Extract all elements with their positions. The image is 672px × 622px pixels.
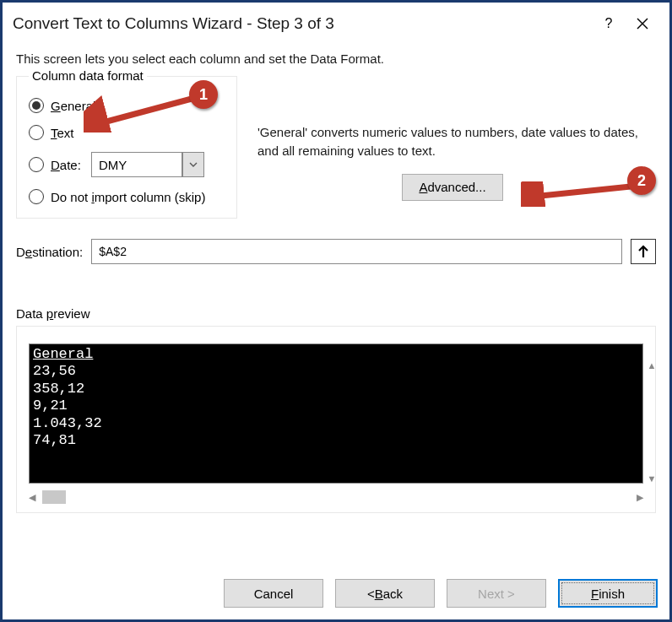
preview-column[interactable]: General 23,56 358,12 9,21 1.043,32 74,81 bbox=[29, 343, 643, 484]
radio-text-label: Text bbox=[51, 126, 74, 140]
preview-row: 1.043,32 bbox=[33, 415, 102, 431]
finish-button[interactable]: Finish bbox=[558, 579, 658, 608]
close-icon bbox=[637, 18, 648, 30]
scroll-down-icon[interactable]: ▼ bbox=[648, 473, 657, 484]
wizard-dialog: Convert Text to Columns Wizard - Step 3 … bbox=[0, 0, 672, 622]
vertical-scrollbar[interactable]: ▲ ▼ bbox=[645, 360, 658, 484]
help-button[interactable]: ? bbox=[592, 11, 626, 36]
next-button: Next > bbox=[447, 579, 546, 608]
scroll-right-icon[interactable]: ▶ bbox=[637, 492, 643, 503]
scroll-left-icon[interactable]: ◀ bbox=[29, 492, 35, 503]
cancel-button[interactable]: Cancel bbox=[224, 579, 323, 608]
preview-row: 74,81 bbox=[33, 432, 76, 448]
radio-general-row[interactable]: General bbox=[29, 98, 225, 113]
preview-label: Data preview bbox=[16, 306, 90, 321]
preview-row: 9,21 bbox=[33, 398, 68, 414]
radio-general[interactable] bbox=[29, 98, 44, 113]
radio-skip[interactable] bbox=[29, 189, 44, 204]
preview-display: General 23,56 358,12 9,21 1.043,32 74,81… bbox=[29, 343, 643, 484]
format-description-panel: 'General' converts numeric values to num… bbox=[257, 76, 656, 219]
chevron-down-icon bbox=[189, 162, 198, 167]
radio-text[interactable] bbox=[29, 125, 44, 140]
range-picker-button[interactable] bbox=[631, 239, 656, 264]
top-section: Column data format General Text Date: bbox=[16, 76, 656, 219]
wizard-button-row: Cancel < Back Next > Finish bbox=[224, 579, 658, 608]
screen-description: This screen lets you select each column … bbox=[16, 51, 656, 66]
radio-skip-row[interactable]: Do not import column (skip) bbox=[29, 189, 225, 204]
content-area: This screen lets you select each column … bbox=[3, 45, 669, 520]
collapse-dialog-icon bbox=[637, 245, 649, 258]
date-format-input[interactable] bbox=[91, 152, 182, 177]
advanced-button[interactable]: Advanced... bbox=[402, 174, 503, 201]
data-preview-section: Data preview General 23,56 358,12 9,21 1… bbox=[16, 306, 656, 513]
format-help-text: 'General' converts numeric values to num… bbox=[257, 123, 648, 160]
date-dropdown-button[interactable] bbox=[182, 152, 204, 177]
hscroll-track[interactable] bbox=[37, 490, 635, 504]
preview-box: General 23,56 358,12 9,21 1.043,32 74,81… bbox=[16, 326, 656, 513]
scroll-up-icon[interactable]: ▲ bbox=[648, 360, 657, 370]
destination-label: Destination: bbox=[16, 245, 83, 259]
horizontal-scrollbar[interactable]: ◀ ▶ bbox=[29, 490, 643, 504]
radio-date[interactable] bbox=[29, 157, 44, 172]
column-data-format-group: Column data format General Text Date: bbox=[16, 76, 237, 219]
close-button[interactable] bbox=[626, 11, 659, 36]
preview-row: 358,12 bbox=[33, 381, 84, 397]
titlebar: Convert Text to Columns Wizard - Step 3 … bbox=[3, 3, 669, 45]
date-format-select[interactable] bbox=[91, 152, 204, 177]
group-label: Column data format bbox=[29, 68, 147, 83]
radio-date-label: Date: bbox=[51, 158, 81, 172]
preview-row: 23,56 bbox=[33, 363, 76, 379]
radio-general-label: General bbox=[51, 99, 95, 113]
radio-skip-label: Do not import column (skip) bbox=[51, 190, 205, 204]
window-title: Convert Text to Columns Wizard - Step 3 … bbox=[13, 14, 592, 33]
back-button[interactable]: < Back bbox=[335, 579, 435, 608]
radio-date-row[interactable]: Date: bbox=[29, 152, 225, 177]
hscroll-thumb[interactable] bbox=[42, 490, 66, 504]
radio-text-row[interactable]: Text bbox=[29, 125, 225, 140]
destination-input[interactable] bbox=[91, 239, 622, 264]
destination-row: Destination: bbox=[16, 239, 656, 264]
